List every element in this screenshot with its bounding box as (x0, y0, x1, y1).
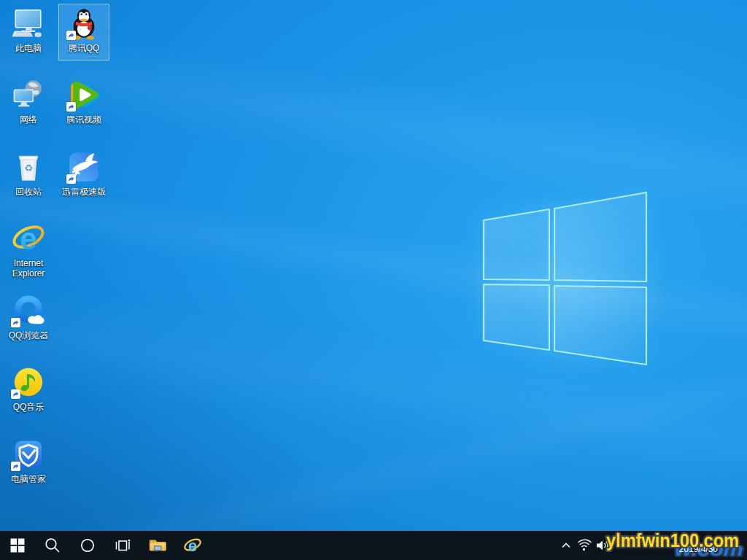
chevron-up-icon (560, 540, 572, 551)
shortcut-arrow-icon (66, 31, 76, 40)
desktop-icon-this-pc[interactable]: 此电脑 (1, 4, 56, 73)
svg-text:e: e (188, 537, 197, 555)
watermark-yellow: ylmfwin100.com (601, 526, 744, 556)
windows-logo (467, 175, 664, 386)
desktop-icon-qq-music[interactable]: QQ音乐 (1, 363, 56, 432)
cortana-button[interactable] (70, 531, 105, 560)
desktop-icon-qq-browser[interactable]: QQ浏览器 (1, 292, 56, 360)
taskbar-empty-area (210, 531, 557, 560)
tray-chevron-up-button[interactable] (557, 531, 575, 560)
tray-network-button[interactable] (575, 531, 593, 560)
ie-taskbar-button[interactable]: e (175, 531, 210, 560)
icon-label: 电脑管家 (11, 474, 46, 484)
file-explorer-icon (149, 538, 166, 553)
wifi-icon (576, 539, 592, 552)
this-pc-icon (12, 7, 45, 40)
desktop-icon-internet-explorer[interactable]: e Internet Explorer (1, 219, 56, 288)
icon-label: 回收站 (15, 187, 42, 197)
recycle-bin-icon: ♻ (12, 150, 45, 184)
network-icon (12, 78, 45, 112)
windows-start-icon (10, 538, 25, 553)
shortcut-arrow-icon (11, 462, 20, 471)
internet-explorer-icon: e (183, 536, 202, 555)
cortana-circle-icon (80, 537, 96, 553)
shortcut-arrow-icon (66, 174, 76, 184)
shortcut-arrow-icon (11, 389, 20, 399)
icon-label: 腾讯视频 (66, 114, 101, 125)
svg-text:e: e (20, 222, 36, 256)
desktop-icon-recycle-bin[interactable]: ♻ 回收站 (1, 148, 56, 217)
desktop-icon-tencent-qq[interactable]: 腾讯QQ (56, 4, 112, 73)
task-view-icon (115, 537, 131, 553)
icon-label: Internet Explorer (1, 258, 55, 279)
svg-text:ylmfwin100.com: ylmfwin100.com (606, 529, 739, 551)
desktop-icon-pc-manager[interactable]: 电脑管家 (1, 435, 56, 504)
icon-label: 迅雷极速版 (62, 187, 106, 197)
icon-label: QQ浏览器 (9, 330, 49, 341)
icon-label: QQ音乐 (13, 402, 44, 412)
shortcut-arrow-icon (11, 318, 20, 327)
file-explorer-button[interactable] (140, 531, 175, 560)
start-button[interactable] (0, 531, 35, 560)
task-view-button[interactable] (105, 531, 140, 560)
search-button[interactable] (35, 531, 70, 560)
internet-explorer-icon: e (11, 221, 46, 256)
icon-label: 腾讯QQ (69, 43, 100, 53)
desktop-icon-thunder-speed[interactable]: 迅雷极速版 (56, 148, 112, 217)
icon-label: 此电脑 (15, 43, 42, 53)
desktop-icon-network[interactable]: 网络 (1, 76, 56, 144)
icon-label: 网络 (20, 114, 37, 125)
desktop-icon-tencent-video[interactable]: 腾讯视频 (56, 76, 112, 144)
svg-text:♻: ♻ (24, 163, 33, 174)
shortcut-arrow-icon (66, 102, 76, 112)
search-icon (44, 537, 61, 553)
